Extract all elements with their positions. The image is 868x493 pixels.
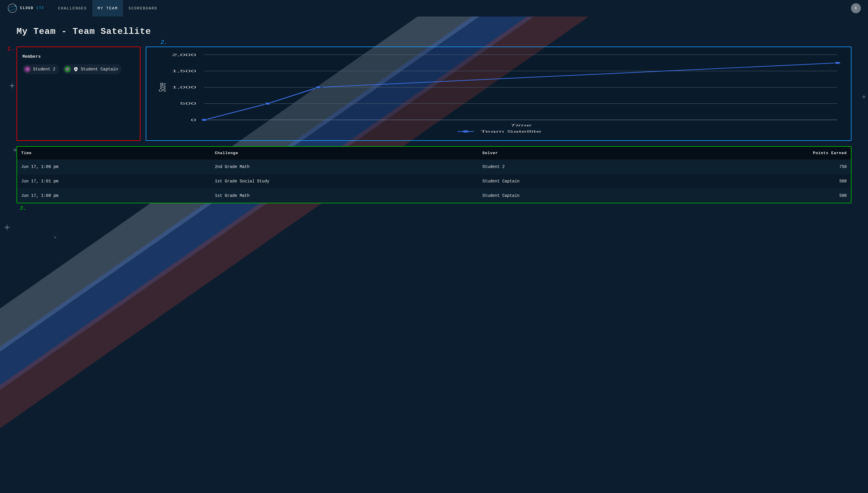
member-chip[interactable]: 👾Student 2 [22,64,59,74]
score-chart-panel: 2. 05001,0001,5002,000ScoreTimeTeam Sate… [146,47,851,141]
main-nav: CHALLENGESMY TEAMSCOREBOARD [53,0,163,17]
svg-text:0: 0 [191,118,196,122]
captain-badge-icon [73,67,79,72]
table-header: Time [17,147,211,160]
table-header: Challenge [211,147,478,160]
table-cell-time: Jun 17, 1:01 pm [17,174,211,189]
nav-challenges[interactable]: CHALLENGES [53,0,92,17]
member-name: Student Captain [81,67,118,71]
table-cell-time: Jun 17, 1:06 pm [17,160,211,174]
logo[interactable]: CLOUD CTF [7,3,44,14]
svg-point-15 [201,119,208,121]
table-row: Jun 17, 1:00 pm1st Grade MathStudent Cap… [17,189,851,203]
member-name: Student 2 [33,67,56,71]
member-avatar-icon: 👾 [64,66,71,72]
solves-table-panel: 3. TimeChallengeSolverPoints Earned Jun … [17,146,851,203]
svg-point-0 [8,4,17,13]
page: My Team - Team Satellite 1. Members 👾Stu… [0,17,868,210]
table-cell-challenge: 1st Grade Social Study [211,174,478,189]
table-row: Jun 17, 1:01 pm1st Grade Social StudyStu… [17,174,851,189]
table-header: Solver [478,147,672,160]
top-bar: CLOUD CTF CHALLENGESMY TEAMSCOREBOARD C [0,0,868,17]
solves-table: TimeChallengeSolverPoints Earned Jun 17,… [17,147,851,203]
table-header: Points Earned [672,147,851,160]
table-cell-time: Jun 17, 1:00 pm [17,189,211,203]
table-cell-solver: Student Captain [478,189,672,203]
svg-text:Team Satellite: Team Satellite [480,130,541,133]
nav-my-team[interactable]: MY TEAM [92,0,123,17]
svg-point-18 [834,62,841,64]
svg-text:2,000: 2,000 [172,53,196,57]
nav-scoreboard[interactable]: SCOREBOARD [123,0,163,17]
callout-3: 3. [19,205,26,212]
svg-text:500: 500 [180,102,196,106]
member-avatar-icon: 👾 [24,66,31,72]
svg-point-20 [462,130,469,133]
svg-text:Score: Score [157,83,167,92]
page-title: My Team - Team Satellite [17,26,851,37]
member-chip[interactable]: 👾Student Captain [63,64,122,74]
table-cell-challenge: 1st Grade Math [211,189,478,203]
logo-text: CLOUD CTF [20,6,44,10]
table-cell-points: 750 [672,160,851,174]
callout-2: 2. [161,39,167,46]
svg-text:Time: Time [510,123,532,127]
user-avatar[interactable]: C [851,3,861,13]
table-cell-challenge: 2nd Grade Math [211,160,478,174]
svg-point-2 [8,5,17,12]
logo-icon [7,3,18,14]
members-panel: 1. Members 👾Student 2👾Student Captain [17,47,140,141]
svg-point-17 [315,86,322,88]
table-cell-points: 500 [672,189,851,203]
svg-text:1,000: 1,000 [172,85,196,89]
star-decoration [53,236,57,240]
svg-point-16 [264,103,271,105]
members-heading: Members [22,54,135,59]
table-cell-points: 500 [672,174,851,189]
callout-1: 1. [7,45,14,52]
table-cell-solver: Student 2 [478,160,672,174]
star-decoration [3,224,11,232]
svg-text:1,500: 1,500 [172,69,196,73]
table-cell-solver: Student Captain [478,174,672,189]
score-chart: 05001,0001,5002,000ScoreTimeTeam Satelli… [147,50,846,137]
table-row: Jun 17, 1:06 pm2nd Grade MathStudent 275… [17,160,851,174]
